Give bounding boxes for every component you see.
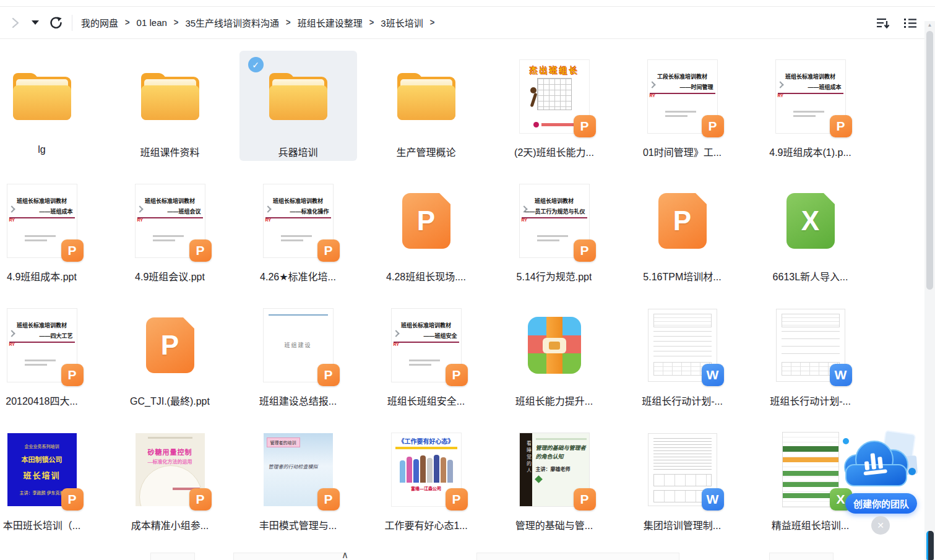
file-tile[interactable]: 班组长标准培训教材——标准化操作RYP4.26★标准化培... bbox=[239, 175, 357, 285]
word-badge-icon: W bbox=[702, 488, 724, 510]
folder-tile[interactable]: lg bbox=[0, 51, 101, 161]
file-name-label: 集团培训管理制... bbox=[644, 517, 721, 532]
file-tile[interactable]: 班组长标准培训教材——班组成本RYP4.9班组成本.ppt bbox=[0, 175, 101, 285]
xls-file-icon: X bbox=[786, 193, 835, 249]
folder-tile[interactable]: ✓兵器培训 bbox=[239, 51, 357, 161]
file-tile[interactable]: 企业业务系列培训本田制锁公司班长培训主讲：李政颜 伊东克美P本田班长培训（... bbox=[0, 424, 101, 534]
file-tile[interactable]: 班组长标准培训教材——班组成本RYP4.9班组成本(1).p... bbox=[752, 51, 869, 161]
thumb-area bbox=[368, 53, 485, 140]
sort-icon[interactable] bbox=[876, 16, 890, 30]
thumb-area: 企业业务系列培训本田制锁公司班长培训主讲：李政颜 伊东克美P bbox=[0, 426, 101, 513]
file-tile-partial[interactable] bbox=[476, 553, 679, 560]
ppt-badge-icon: P bbox=[446, 488, 468, 510]
file-name-label: 生产管理概论 bbox=[396, 144, 455, 159]
thumb-area: 《工作要有好心态》富维—江森公司P bbox=[368, 426, 485, 513]
file-tile[interactable]: 班组长标准培训教材——四大工艺RYP20120418四大... bbox=[0, 299, 101, 410]
file-name-label: GC_TJI.(最終).ppt bbox=[130, 393, 210, 408]
ppt-badge-icon: P bbox=[830, 115, 852, 137]
ppt-badge-icon: P bbox=[574, 488, 596, 510]
file-tile[interactable]: 看睡觉的人管理的基础与管理者的角色认知主讲：廖雄老师P管理的基础与管... bbox=[496, 424, 613, 534]
breadcrumb-separator-icon: > bbox=[369, 17, 374, 28]
file-name-label: 丰田模式管理与... bbox=[259, 517, 337, 532]
promo-dot bbox=[843, 438, 849, 444]
partial-thumbnail-logo: ∧ bbox=[342, 549, 348, 560]
file-tile[interactable]: 班组长能力提升... bbox=[496, 299, 613, 410]
folder-icon bbox=[397, 73, 455, 120]
file-name-label: 班组长班组安全... bbox=[387, 393, 465, 408]
file-name-label: 成本精准小组参... bbox=[131, 517, 209, 532]
file-tile[interactable]: 工段长标准培训教材——时间管理RYP01时间管理》工... bbox=[624, 51, 741, 161]
file-tile[interactable]: W班组长行动计划-... bbox=[752, 299, 869, 410]
breadcrumb-item[interactable]: 35生产线培训资料沟通 bbox=[185, 16, 279, 29]
file-tile[interactable]: 班组长标准培训教材——班组会议RYP4.9班组会议.ppt bbox=[111, 175, 229, 285]
file-name-label: 班组课件资料 bbox=[140, 144, 199, 159]
breadcrumb-item[interactable]: 我的网盘 bbox=[81, 16, 118, 29]
bottom-scroll-marker[interactable] bbox=[926, 531, 934, 560]
file-name-label: 班组建设总结报... bbox=[259, 393, 337, 408]
ppt-badge-icon: P bbox=[574, 239, 596, 262]
promo-close-button[interactable]: ✕ bbox=[871, 516, 890, 535]
file-tile[interactable]: P4.28班组长现场.... bbox=[368, 175, 485, 285]
file-tile[interactable]: PGC_TJI.(最終).ppt bbox=[111, 299, 229, 410]
folder-tile[interactable]: 生产管理概论 bbox=[368, 51, 485, 161]
thumb-area: W bbox=[752, 302, 869, 389]
file-tile[interactable]: W班组长行动计划-... bbox=[624, 299, 741, 410]
word-badge-icon: W bbox=[830, 364, 852, 386]
file-tile[interactable]: 管理者的培训管理者的行动检查模拟P丰田模式管理与... bbox=[239, 424, 357, 534]
file-name-label: (2天)班组长能力... bbox=[514, 144, 594, 159]
thumb-area: P bbox=[111, 302, 229, 389]
folder-icon bbox=[13, 73, 71, 120]
create-team-button[interactable]: 创建你的团队 bbox=[845, 493, 917, 514]
file-tile[interactable]: P5.16TPM培训材... bbox=[624, 175, 741, 285]
breadcrumb-item[interactable]: 班组长建设整理 bbox=[298, 16, 363, 29]
ppt-file-icon: P bbox=[658, 193, 707, 249]
breadcrumb-item[interactable]: 01 lean bbox=[137, 17, 167, 28]
file-name-label: 工作要有好心态1... bbox=[384, 517, 467, 532]
file-name-label: 01时间管理》工... bbox=[643, 144, 722, 159]
thumb-area: 管理者的培训管理者的行动检查模拟P bbox=[239, 426, 357, 513]
thumb-area: 班组长标准培训教材——标准化操作RYP bbox=[239, 178, 357, 264]
file-tile-partial[interactable] bbox=[233, 553, 347, 560]
breadcrumb-item[interactable]: 3班长培训 bbox=[381, 16, 423, 29]
forward-icon[interactable] bbox=[7, 15, 24, 31]
file-tile[interactable]: 《工作要有好心态》富维—江森公司P工作要有好心态1... bbox=[368, 424, 485, 534]
word-badge-icon: W bbox=[702, 364, 724, 386]
file-tile[interactable]: 班组建设P班组建设总结报... bbox=[239, 299, 357, 410]
scrollbar-thumb[interactable] bbox=[926, 31, 933, 290]
ppt-badge-icon: P bbox=[574, 115, 596, 137]
scrollbar-up-icon[interactable]: ▲ bbox=[924, 22, 935, 28]
file-tile[interactable]: 班组长培训教材——员工行为规范与礼仪RYP5.14行为规范.ppt bbox=[496, 175, 613, 285]
file-tile-partial[interactable] bbox=[769, 553, 834, 560]
promo-dot bbox=[908, 468, 916, 475]
team-cloud-icon[interactable] bbox=[839, 432, 918, 494]
thumb-area: 工段长标准培训教材——时间管理RYP bbox=[624, 53, 741, 140]
file-name-label: 5.14行为规范.ppt bbox=[517, 269, 592, 283]
thumb-area: 班组长培训教材——员工行为规范与礼仪RYP bbox=[496, 178, 613, 264]
bar-chart-icon bbox=[861, 449, 891, 475]
history-caret-icon[interactable] bbox=[30, 17, 41, 28]
thumb-area: P bbox=[368, 178, 485, 264]
breadcrumb-separator-icon: > bbox=[286, 17, 291, 28]
ppt-badge-icon: P bbox=[61, 364, 84, 386]
folder-tile[interactable]: 班组课件资料 bbox=[111, 51, 229, 161]
folder-icon bbox=[141, 73, 199, 120]
ppt-badge-icon: P bbox=[61, 488, 84, 510]
thumb-area: 班组建设P bbox=[239, 302, 357, 389]
ppt-badge-icon: P bbox=[446, 364, 468, 386]
thumb-area: 班组长标准培训教材——班组成本RYP bbox=[752, 53, 869, 140]
check-icon[interactable]: ✓ bbox=[248, 57, 264, 72]
list-view-icon[interactable] bbox=[903, 16, 918, 30]
rar-file-icon bbox=[528, 317, 581, 374]
file-name-label: 班组长行动计划-... bbox=[642, 393, 723, 408]
file-tile[interactable]: 砂糖用量控制—标准化方法的运用P成本精准小组参... bbox=[111, 424, 229, 534]
breadcrumb-separator-icon: > bbox=[125, 17, 130, 28]
refresh-icon[interactable] bbox=[47, 14, 64, 32]
thumb-area: W bbox=[624, 302, 741, 389]
team-promo: 创建你的团队 ✕ bbox=[837, 429, 923, 538]
file-tile[interactable]: 班组长标准培训教材——班组安全RYP班组长班组安全... bbox=[368, 299, 485, 410]
file-tile[interactable]: W集团培训管理制... bbox=[624, 424, 741, 534]
file-tile-partial[interactable] bbox=[150, 553, 195, 560]
file-tile[interactable]: X6613L新人导入... bbox=[752, 175, 869, 285]
scrollbar-track[interactable]: ▲ bbox=[924, 21, 935, 560]
file-tile[interactable]: 杰出班组长P(2天)班组长能力... bbox=[496, 51, 613, 161]
